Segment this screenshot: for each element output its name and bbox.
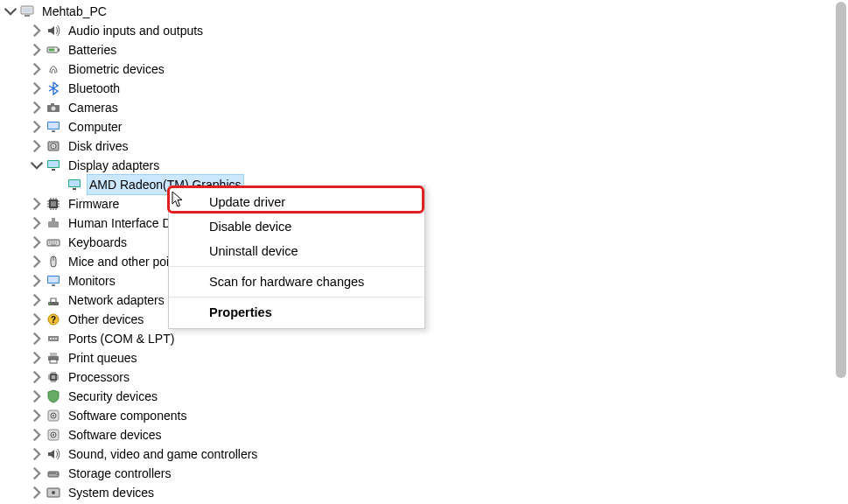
tree-category-label: Sound, video and game controllers bbox=[67, 444, 259, 464]
tree-category-label: Biometric devices bbox=[67, 60, 166, 79]
chevron-right-icon[interactable] bbox=[30, 235, 44, 249]
fingerprint-icon bbox=[46, 61, 61, 77]
tree-category-node[interactable]: Software devices bbox=[0, 425, 848, 444]
chevron-right-icon[interactable] bbox=[30, 274, 44, 288]
port-icon bbox=[46, 331, 61, 346]
tree-category-node[interactable]: Disk drives bbox=[0, 136, 848, 156]
chevron-right-icon[interactable] bbox=[30, 351, 44, 365]
svg-rect-40 bbox=[50, 353, 57, 356]
tree-category-node[interactable]: Storage controllers bbox=[0, 464, 848, 483]
tree-category-node[interactable]: Software components bbox=[0, 406, 848, 425]
bluetooth-icon bbox=[46, 80, 61, 96]
tree-category-label: Print queues bbox=[67, 348, 139, 368]
chevron-right-icon[interactable] bbox=[30, 409, 44, 423]
chevron-right-icon[interactable] bbox=[30, 81, 44, 95]
camera-icon bbox=[46, 100, 61, 116]
chevron-right-icon[interactable] bbox=[30, 447, 44, 461]
chevron-right-icon[interactable] bbox=[30, 332, 44, 346]
keyboard-icon bbox=[46, 234, 61, 250]
tree-category-node[interactable]: Biometric devices bbox=[0, 60, 848, 79]
chevron-down-icon[interactable] bbox=[4, 4, 18, 18]
svg-point-32 bbox=[49, 303, 50, 304]
tree-category-node[interactable]: Cameras bbox=[0, 98, 848, 117]
context-menu-item[interactable]: Properties bbox=[169, 300, 424, 325]
svg-rect-36 bbox=[50, 338, 52, 340]
svg-rect-29 bbox=[48, 276, 59, 283]
display-icon bbox=[67, 177, 82, 192]
tree-category-label: Monitors bbox=[67, 271, 117, 290]
tree-category-node[interactable]: Processors bbox=[0, 368, 848, 387]
svg-rect-1 bbox=[23, 8, 32, 12]
svg-rect-24 bbox=[52, 218, 55, 221]
context-menu-item[interactable]: Update driver bbox=[169, 190, 424, 214]
battery-icon bbox=[46, 42, 61, 58]
tree-root-label: Mehtab_PC bbox=[40, 2, 109, 21]
svg-rect-20 bbox=[73, 188, 76, 190]
network-icon bbox=[46, 292, 61, 308]
speaker-icon bbox=[46, 23, 61, 38]
svg-rect-2 bbox=[25, 15, 30, 17]
tree-category-node[interactable]: Ports (COM & LPT) bbox=[0, 329, 848, 348]
tree-category-label: Security devices bbox=[67, 387, 159, 406]
svg-rect-17 bbox=[52, 169, 55, 171]
chevron-right-icon[interactable] bbox=[30, 43, 44, 57]
svg-rect-4 bbox=[59, 49, 60, 52]
chevron-right-icon[interactable] bbox=[30, 389, 44, 403]
tree-category-node[interactable]: Computer bbox=[0, 117, 848, 136]
tree-category-label: Software components bbox=[67, 406, 188, 425]
svg-point-49 bbox=[53, 434, 54, 436]
svg-rect-30 bbox=[52, 284, 55, 286]
system-icon bbox=[46, 485, 61, 500]
chevron-right-icon[interactable] bbox=[30, 255, 44, 269]
svg-point-54 bbox=[52, 491, 55, 494]
context-menu-item[interactable]: Disable device bbox=[169, 214, 424, 239]
storage-icon bbox=[46, 466, 61, 481]
context-menu-item[interactable]: Uninstall device bbox=[169, 239, 424, 263]
svg-rect-16 bbox=[48, 161, 59, 167]
tree-category-label: Processors bbox=[67, 368, 131, 387]
svg-point-14 bbox=[53, 145, 54, 147]
chevron-right-icon[interactable] bbox=[30, 24, 44, 38]
tree-category-node[interactable]: Display adapters bbox=[0, 156, 848, 175]
tree-category-label: System devices bbox=[67, 483, 156, 502]
tree-category-node[interactable]: System devices bbox=[0, 483, 848, 502]
tree-category-label: Disk drives bbox=[67, 136, 130, 156]
chevron-down-icon[interactable] bbox=[30, 158, 44, 172]
security-icon bbox=[46, 388, 61, 404]
software-icon bbox=[46, 427, 61, 443]
chevron-right-icon[interactable] bbox=[30, 293, 44, 307]
tree-category-node[interactable]: Batteries bbox=[0, 40, 848, 60]
tree-category-node[interactable]: Sound, video and game controllers bbox=[0, 444, 848, 464]
context-menu: Update driverDisable deviceUninstall dev… bbox=[168, 186, 425, 329]
tree-category-label: Audio inputs and outputs bbox=[67, 21, 205, 40]
svg-rect-41 bbox=[50, 360, 57, 363]
scrollbar-thumb[interactable] bbox=[836, 2, 846, 378]
tree-category-node[interactable]: Bluetooth bbox=[0, 79, 848, 98]
tree-category-label: Display adapters bbox=[67, 156, 161, 175]
context-menu-separator bbox=[169, 297, 424, 298]
chip-icon bbox=[46, 196, 61, 212]
svg-rect-11 bbox=[52, 130, 55, 132]
printer-icon bbox=[46, 350, 61, 366]
chevron-placeholder bbox=[51, 178, 65, 192]
svg-rect-5 bbox=[49, 49, 55, 52]
disk-icon bbox=[46, 138, 61, 154]
chevron-right-icon[interactable] bbox=[30, 216, 44, 230]
tree-category-node[interactable]: Security devices bbox=[0, 387, 848, 406]
chevron-right-icon[interactable] bbox=[30, 120, 44, 134]
tree-category-node[interactable]: Audio inputs and outputs bbox=[0, 21, 848, 40]
context-menu-item[interactable]: Scan for hardware changes bbox=[169, 270, 424, 294]
svg-rect-37 bbox=[53, 338, 54, 340]
chevron-right-icon[interactable] bbox=[30, 428, 44, 442]
chevron-right-icon[interactable] bbox=[30, 197, 44, 211]
chevron-right-icon[interactable] bbox=[30, 139, 44, 153]
tree-root-node[interactable]: Mehtab_PC bbox=[0, 2, 848, 21]
hid-icon bbox=[46, 215, 61, 231]
chevron-right-icon[interactable] bbox=[30, 466, 44, 480]
tree-category-node[interactable]: Print queues bbox=[0, 348, 848, 368]
chevron-right-icon[interactable] bbox=[30, 486, 44, 500]
chevron-right-icon[interactable] bbox=[30, 370, 44, 384]
chevron-right-icon[interactable] bbox=[30, 101, 44, 115]
chevron-right-icon[interactable] bbox=[30, 62, 44, 76]
chevron-right-icon[interactable] bbox=[30, 312, 44, 326]
